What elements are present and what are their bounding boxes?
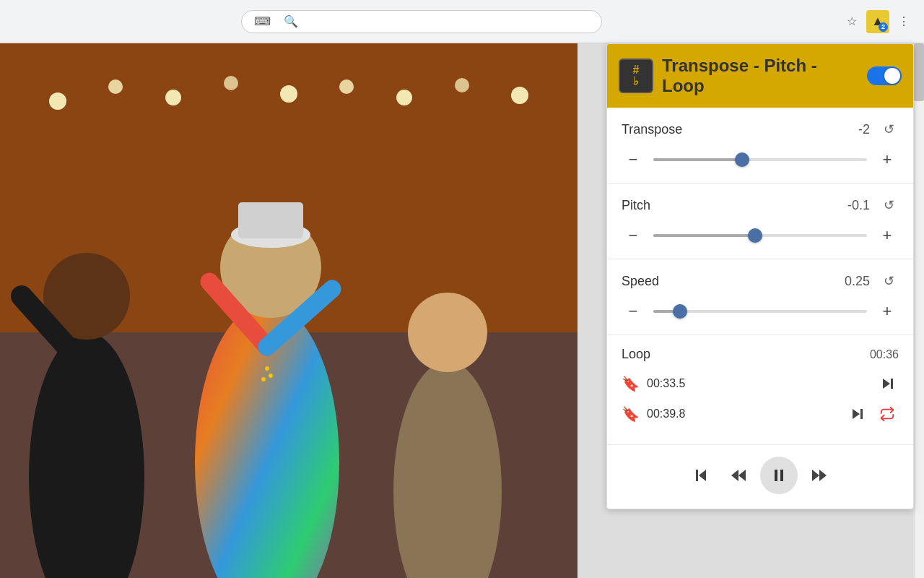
svg-point-8 xyxy=(396,90,412,105)
svg-marker-31 xyxy=(738,470,746,481)
bookmark-a-icon[interactable]: 🔖 xyxy=(622,375,640,392)
playback-controls xyxy=(607,444,913,509)
loop-point-a: 🔖 00:33.5 xyxy=(622,372,899,395)
loop-section: Loop 00:36 🔖 00:33.5 🔖 00:39.8 xyxy=(607,335,913,444)
svg-rect-34 xyxy=(780,470,783,481)
speed-thumb[interactable] xyxy=(673,304,687,319)
transpose-label: Transpose xyxy=(622,122,858,137)
speed-label: Speed xyxy=(622,274,845,289)
transpose-slider[interactable] xyxy=(653,158,867,161)
ext-badge: 2 xyxy=(879,22,888,32)
svg-point-4 xyxy=(165,90,181,105)
video-area xyxy=(0,43,578,578)
speed-value: 0.25 xyxy=(845,274,870,289)
fast-forward-icon xyxy=(811,467,828,484)
loop-current-time: 00:36 xyxy=(870,348,899,361)
transpose-thumb[interactable] xyxy=(735,152,749,167)
svg-point-6 xyxy=(280,85,297,103)
pitch-fill xyxy=(653,234,755,237)
transpose-minus-button[interactable]: − xyxy=(622,148,645,171)
bookmark-star-button[interactable]: ☆ xyxy=(840,10,863,33)
transpose-fill xyxy=(653,158,742,161)
svg-marker-25 xyxy=(883,379,890,389)
repeat-icon xyxy=(879,406,895,422)
bookmark-b-icon[interactable]: 🔖 xyxy=(622,405,640,423)
scrollbar-thumb[interactable] xyxy=(914,43,924,101)
svg-point-9 xyxy=(455,78,469,92)
svg-marker-29 xyxy=(699,470,706,481)
svg-point-10 xyxy=(511,87,528,104)
speed-header: Speed 0.25 ↺ xyxy=(622,271,899,291)
pause-icon xyxy=(770,467,788,484)
loop-label: Loop xyxy=(622,347,870,362)
scrollbar-track[interactable] xyxy=(914,43,924,578)
pitch-section: Pitch -0.1 ↺ − + xyxy=(607,184,913,259)
pitch-slider-row: − + xyxy=(622,224,899,247)
svg-rect-30 xyxy=(696,470,698,481)
jump-to-a-button[interactable] xyxy=(876,372,899,395)
star-icon: ☆ xyxy=(847,14,857,28)
browser-chrome: ⌨ 🔍 ☆ ▲ 2 ⋮ xyxy=(0,0,924,43)
menu-button[interactable]: ⋮ xyxy=(892,10,915,33)
svg-rect-28 xyxy=(860,409,863,419)
video-scene xyxy=(0,43,578,578)
svg-point-16 xyxy=(408,293,487,372)
enable-toggle[interactable] xyxy=(867,66,902,85)
loop-timestamp-a: 00:33.5 xyxy=(647,377,868,390)
extension-icon[interactable]: ▲ 2 xyxy=(866,10,889,33)
keyboard-button[interactable]: ⌨ xyxy=(250,10,274,33)
toggle-knob xyxy=(884,68,900,84)
logo-flat: ♭ xyxy=(633,76,639,87)
transpose-plus-button[interactable]: + xyxy=(876,148,899,171)
svg-rect-26 xyxy=(891,379,893,389)
svg-marker-27 xyxy=(853,409,860,419)
svg-marker-36 xyxy=(819,470,827,481)
transpose-slider-row: − + xyxy=(622,148,899,171)
speed-section: Speed 0.25 ↺ − + xyxy=(607,259,913,335)
transpose-value: -2 xyxy=(858,122,870,137)
speed-plus-button[interactable]: + xyxy=(876,300,899,323)
plugin-panel: # ♭ Transpose - Pitch - Loop Transpose -… xyxy=(606,43,914,509)
plugin-panel-overlay: # ♭ Transpose - Pitch - Loop Transpose -… xyxy=(606,43,924,578)
rewind-button[interactable] xyxy=(723,460,754,491)
search-icon: 🔍 xyxy=(284,14,298,28)
panel-title: Transpose - Pitch - Loop xyxy=(662,56,858,96)
pitch-minus-button[interactable]: − xyxy=(622,224,645,247)
panel-header: # ♭ Transpose - Pitch - Loop xyxy=(607,44,913,108)
pitch-plus-button[interactable]: + xyxy=(876,224,899,247)
search-button[interactable]: 🔍 xyxy=(279,10,302,33)
pitch-thumb[interactable] xyxy=(748,228,762,243)
transpose-section: Transpose -2 ↺ − + xyxy=(607,108,913,184)
skip-back-button[interactable] xyxy=(685,460,717,491)
pitch-slider[interactable] xyxy=(653,234,867,237)
transpose-header: Transpose -2 ↺ xyxy=(622,119,899,139)
browser-right-icons: ☆ ▲ 2 ⋮ xyxy=(840,10,915,33)
pitch-value: -0.1 xyxy=(847,198,870,213)
rewind-icon xyxy=(730,467,747,484)
pitch-header: Pitch -0.1 ↺ xyxy=(622,195,899,215)
svg-point-5 xyxy=(224,76,238,90)
loop-repeat-button[interactable] xyxy=(876,402,899,426)
transpose-reset-button[interactable]: ↺ xyxy=(879,119,899,139)
pitch-reset-button[interactable]: ↺ xyxy=(879,195,899,215)
keyboard-icon: ⌨ xyxy=(254,14,271,28)
svg-point-21 xyxy=(269,374,273,378)
address-bar: ⌨ 🔍 xyxy=(241,10,602,33)
svg-point-19 xyxy=(265,366,269,371)
skip-to-b-icon xyxy=(850,407,864,421)
speed-reset-button[interactable]: ↺ xyxy=(879,271,899,291)
fast-forward-button[interactable] xyxy=(803,460,835,491)
svg-marker-35 xyxy=(812,470,819,481)
jump-to-b-button[interactable] xyxy=(845,402,868,426)
speed-slider-row: − + xyxy=(622,300,899,323)
loop-point-b: 🔖 00:39.8 xyxy=(622,402,899,426)
pause-button[interactable] xyxy=(760,457,798,494)
svg-rect-18 xyxy=(238,202,303,238)
speed-minus-button[interactable]: − xyxy=(622,300,645,323)
speed-slider[interactable] xyxy=(653,310,867,313)
loop-header: Loop 00:36 xyxy=(622,347,899,362)
skip-to-a-icon xyxy=(880,376,894,391)
svg-point-3 xyxy=(108,79,123,94)
skip-back-icon xyxy=(692,467,710,484)
svg-rect-33 xyxy=(775,470,777,481)
